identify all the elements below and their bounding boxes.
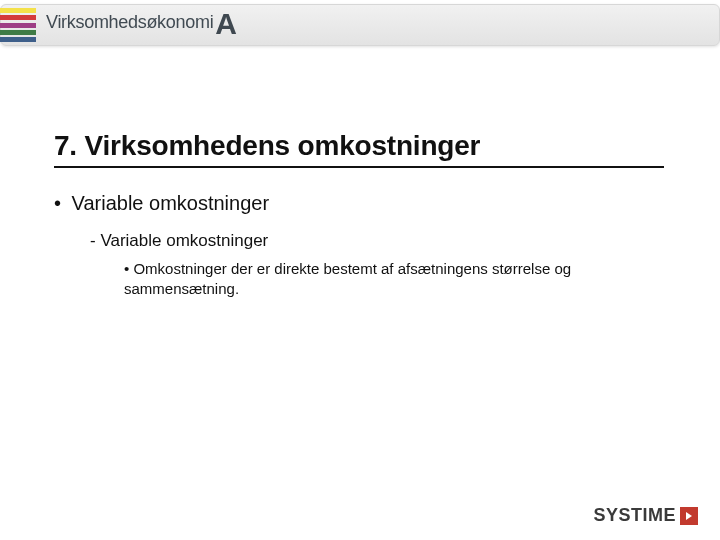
brand-title: VirksomhedsøkonomiA: [46, 12, 237, 33]
brand-level-letter: A: [215, 15, 236, 33]
footer-brand-text: SYSTIME: [593, 505, 676, 526]
bullet-level-2: - Variable omkostninger: [90, 231, 680, 251]
bullet-level-1-text: Variable omkostninger: [72, 192, 270, 214]
bullet-level-3-text: Omkostninger der er direkte bestemt af a…: [124, 260, 571, 297]
bullet-level-3: • Omkostninger der er direkte bestemt af…: [124, 259, 664, 298]
content-area: 7. Virksomhedens omkostninger • Variable…: [54, 130, 680, 298]
bullet-dot-icon: •: [124, 260, 133, 277]
slide: VirksomhedsøkonomiA 7. Virksomhedens omk…: [0, 0, 720, 540]
brand-word-1: Virksomheds: [46, 12, 146, 32]
bullet-level-1: • Variable omkostninger: [54, 192, 680, 215]
bullet-level-2-text: - Variable omkostninger: [90, 231, 268, 250]
bullet-dot-icon: •: [54, 192, 66, 215]
footer-logo: SYSTIME: [593, 505, 698, 526]
footer-arrow-icon: [680, 507, 698, 525]
slide-title: 7. Virksomhedens omkostninger: [54, 130, 664, 168]
brand-stripes-icon: [0, 8, 36, 42]
brand-word-2: økonomi: [146, 12, 213, 32]
